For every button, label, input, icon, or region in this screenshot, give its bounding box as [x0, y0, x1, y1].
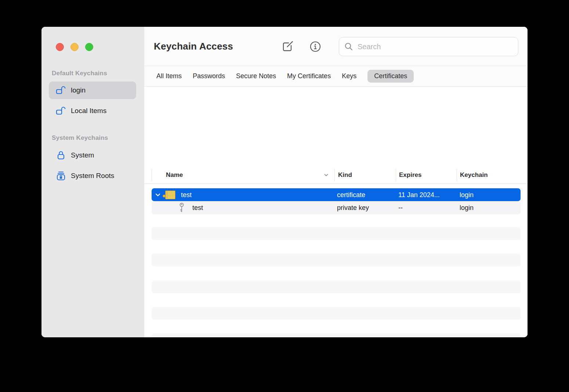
tab-my-certificates[interactable]: My Certificates	[287, 72, 331, 80]
tab-secure-notes[interactable]: Secure Notes	[236, 72, 276, 80]
column-header-kind[interactable]: Kind	[338, 171, 352, 179]
item-name: test	[192, 204, 203, 212]
info-button[interactable]	[309, 40, 322, 53]
sidebar-item-login[interactable]: login	[49, 81, 136, 99]
column-header-expires[interactable]: Expires	[399, 171, 421, 179]
sidebar-item-local-items[interactable]: Local Items	[49, 102, 136, 120]
section-default-keychains: Default Keychains	[52, 70, 107, 77]
main-panel: Keychain Access	[144, 27, 528, 337]
column-divider[interactable]	[334, 169, 335, 181]
lock-icon	[56, 150, 66, 160]
empty-row-stripe	[152, 254, 521, 266]
sort-chevron-icon[interactable]	[323, 173, 329, 178]
empty-row-stripe	[152, 333, 521, 337]
minimize-button[interactable]	[70, 43, 79, 51]
close-button[interactable]	[56, 43, 64, 51]
empty-row-stripe	[152, 227, 521, 240]
item-keychain: login	[460, 191, 474, 199]
key-icon	[178, 202, 186, 213]
item-expires: --	[398, 204, 403, 212]
category-tabs: All Items Passwords Secure Notes My Cert…	[144, 66, 528, 87]
column-header-keychain[interactable]: Keychain	[460, 171, 488, 179]
sidebar-item-system-roots[interactable]: System Roots	[49, 167, 136, 184]
search-icon	[344, 42, 353, 51]
sidebar-item-system[interactable]: System	[49, 147, 136, 164]
section-system-keychains: System Keychains	[52, 134, 108, 142]
column-divider	[152, 169, 152, 181]
sidebar: Default Keychains login Local Items Syst…	[41, 27, 144, 337]
unlock-icon	[56, 86, 66, 95]
search-input[interactable]	[358, 43, 513, 51]
sidebar-item-label: login	[71, 86, 86, 94]
sidebar-item-label: System	[71, 151, 94, 159]
item-expires: 11 Jan 2024...	[398, 191, 440, 199]
empty-row-stripe	[152, 307, 521, 320]
sidebar-item-label: Local Items	[71, 107, 106, 115]
toolbar: Keychain Access	[144, 27, 528, 66]
search-field[interactable]	[339, 37, 518, 56]
info-icon	[309, 40, 322, 53]
page-title: Keychain Access	[154, 41, 233, 52]
lock-box-icon	[56, 171, 66, 181]
keychain-access-window: Default Keychains login Local Items Syst…	[41, 27, 528, 337]
zoom-button[interactable]	[85, 43, 93, 51]
tab-keys[interactable]: Keys	[342, 72, 356, 80]
item-keychain: login	[460, 204, 474, 212]
sidebar-item-label: System Roots	[71, 172, 114, 180]
chevron-down-icon[interactable]	[155, 192, 161, 198]
table-row-private-key[interactable]: test private key -- login	[152, 201, 521, 214]
window-controls	[56, 43, 93, 51]
column-divider[interactable]	[457, 169, 457, 181]
item-kind: certificate	[337, 191, 365, 199]
empty-row-stripe	[152, 280, 521, 293]
tab-all-items[interactable]: All Items	[156, 72, 182, 80]
certificate-icon	[165, 190, 175, 199]
unlock-icon	[56, 106, 66, 116]
compose-icon	[281, 40, 294, 53]
table-row-certificate[interactable]: test certificate 11 Jan 2024... login	[152, 188, 521, 201]
tab-passwords[interactable]: Passwords	[193, 72, 225, 80]
item-list: Name Kind Expires Keychain	[144, 87, 528, 337]
column-divider[interactable]	[396, 169, 396, 181]
column-header-name[interactable]: Name	[166, 171, 183, 179]
new-item-button[interactable]	[281, 40, 294, 53]
item-kind: private key	[337, 204, 369, 212]
table-header: Name Kind Expires Keychain	[144, 167, 528, 184]
tab-certificates[interactable]: Certificates	[367, 70, 414, 83]
item-name: test	[181, 191, 192, 199]
